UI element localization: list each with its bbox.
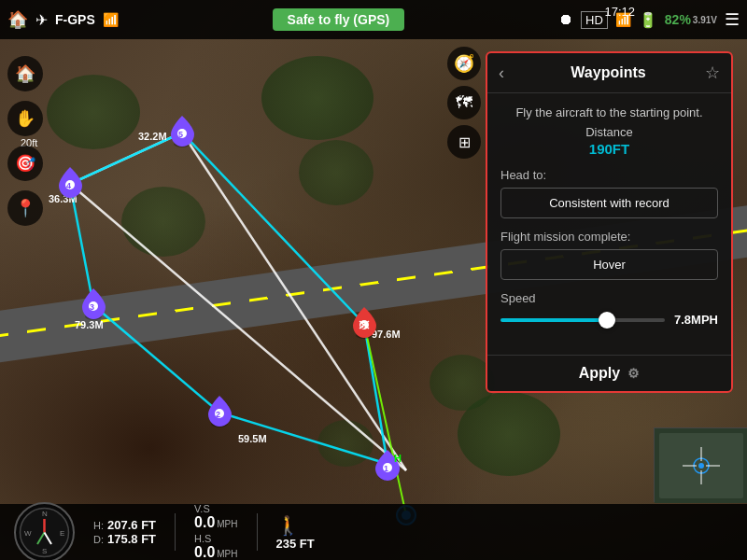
speed-value: 7.8MPH [674, 313, 718, 327]
battery-percent: 82% [665, 12, 691, 27]
svg-line-2 [364, 324, 406, 515]
waypoints-panel: ‹ Waypoints ☆ Fly the aircraft to the st… [486, 51, 733, 393]
sidebar-target-button[interactable]: 🎯 [7, 146, 43, 181]
svg-text:1: 1 [384, 464, 388, 473]
home-icon[interactable]: 🏠 [7, 9, 28, 30]
status-badge: Safe to fly (GPS) [273, 8, 405, 31]
header: 🏠 ✈ F-GPS 📶 Safe to fly (GPS) 17:12 ⏺ HD… [0, 0, 747, 39]
sidebar-pin-button[interactable]: 📍 [7, 190, 43, 226]
distance-label: Distance [500, 125, 718, 139]
waypoint-5[interactable]: 5 [171, 116, 194, 147]
head-to-label: Head to: [500, 168, 718, 182]
speed-label: Speed [500, 291, 718, 305]
battery-icon: 🔋 [639, 11, 657, 29]
person-distance-group: 🚶 235 FT [276, 514, 315, 551]
map-type-button[interactable]: 🗺 [447, 86, 481, 119]
person-icon: 🚶 [276, 514, 300, 537]
apply-button[interactable]: Apply ⚙ [487, 355, 731, 391]
battery-voltage: 3.91V [693, 15, 717, 25]
head-to-button[interactable]: Consistent with record [500, 188, 718, 218]
svg-text:2: 2 [216, 410, 220, 419]
svg-text:79.3M: 79.3M [75, 319, 104, 330]
sidebar-hand-button[interactable]: ✋ [7, 101, 43, 136]
svg-text:97.6M: 97.6M [372, 329, 401, 340]
person-dist: 235 FT [276, 537, 315, 551]
waypoint-6[interactable]: 6 [353, 307, 376, 339]
svg-text:3: 3 [90, 302, 94, 312]
back-button[interactable]: ‹ [499, 63, 504, 83]
mini-map[interactable] [654, 427, 747, 502]
bottom-bar: N S W E H: 207.6 FT D: 175.8 FT V.S 0.0 … [0, 504, 747, 560]
compass-button[interactable]: 🧭 [447, 47, 481, 80]
drone-icon: ✈ [35, 11, 48, 29]
settings-icon: ⚙ [627, 366, 640, 381]
mission-complete-button[interactable]: Hover [500, 249, 718, 280]
h-label: H: [93, 520, 104, 531]
svg-text:E: E [60, 529, 64, 538]
vs-label: V.S [194, 503, 210, 514]
svg-text:5: 5 [178, 130, 183, 139]
menu-icon[interactable]: ☰ [725, 9, 740, 30]
waypoint-4[interactable]: 4 [59, 167, 82, 199]
svg-text:4: 4 [66, 181, 71, 190]
time-display: 17:12 [604, 5, 635, 19]
panel-header: ‹ Waypoints ☆ [487, 53, 731, 93]
sidebar-home-button[interactable]: 🏠 [7, 56, 43, 91]
apply-label: Apply [579, 365, 620, 382]
panel-instruction: Fly the aircraft to the starting point. [500, 105, 718, 121]
speed-slider[interactable] [500, 318, 665, 322]
h-value: 207.6 FT [107, 518, 156, 532]
waypoint-2[interactable]: 2 [208, 396, 232, 427]
vs-unit: MPH [217, 519, 237, 529]
distance-value: 190FT [500, 141, 718, 157]
d-value: 175.8 FT [107, 532, 156, 546]
favorite-button[interactable]: ☆ [705, 63, 720, 83]
hs-value: 0.0 [194, 544, 215, 560]
hs-label: H.S [194, 533, 211, 544]
svg-text:W: W [24, 529, 32, 538]
panel-title: Waypoints [512, 64, 705, 81]
compass: N S W E [14, 502, 75, 561]
svg-line-1 [364, 324, 388, 464]
waypoint-3[interactable]: 3 [82, 288, 106, 320]
svg-text:S: S [42, 547, 47, 555]
mission-complete-label: Flight mission complete: [500, 230, 718, 244]
gps-label: F-GPS [55, 12, 95, 27]
svg-point-43 [698, 463, 704, 469]
d-label: D: [93, 534, 104, 545]
speed-telemetry: V.S 0.0 MPH H.S 0.0 MPH [194, 503, 237, 560]
layers-button[interactable]: ⊞ [447, 125, 481, 159]
altitude-telemetry: H: 207.6 FT D: 175.8 FT [93, 518, 156, 546]
signal-icon: 📶 [103, 12, 119, 27]
hs-unit: MPH [217, 549, 237, 559]
svg-text:H: H [394, 453, 402, 464]
vs-value: 0.0 [194, 514, 215, 531]
left-sidebar: 🏠 ✋ 🎯 📍 [7, 56, 43, 226]
record-icon[interactable]: ⏺ [558, 11, 573, 28]
svg-text:59.5M: 59.5M [238, 433, 267, 444]
svg-text:N: N [42, 510, 48, 518]
svg-text:32.2M: 32.2M [138, 131, 167, 142]
